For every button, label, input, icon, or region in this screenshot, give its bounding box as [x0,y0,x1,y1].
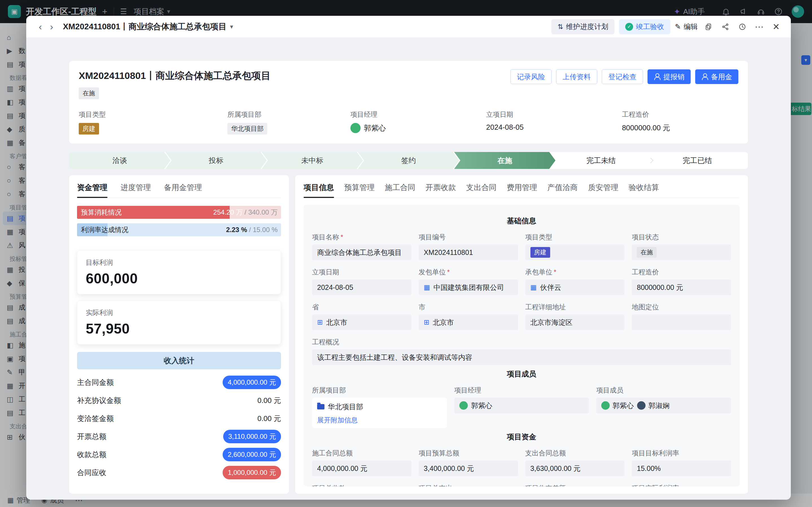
field-value-box[interactable]: 3,630,000.00 元 [525,460,625,476]
field-label: 市* [419,302,518,312]
field-value: 伙伴云 [540,283,561,292]
stage-step[interactable]: 投标 [165,152,267,169]
field-label: 项目编号* [419,233,518,242]
profit-card-label: 目标利润 [86,258,272,267]
submit-expense-button[interactable]: 提报销 [648,69,691,84]
project-info-tab[interactable]: 质安管理 [588,182,618,198]
form-field: 项目目标利润率 15.00% [632,449,731,476]
field-value-box[interactable]: 伙伴云 [525,279,625,295]
form-field: 项目名称* 商业综合体施工总承包项目 [312,233,411,260]
field-value-box[interactable]: 北京市 [312,315,411,330]
history-icon[interactable] [736,20,749,33]
person-icon [701,73,708,80]
stage-step[interactable]: 未中标 [262,152,363,169]
project-info-tab[interactable]: 开票收款 [426,182,456,198]
money-row-value: 0.00 元 [257,396,281,405]
money-row-label: 合同应收 [77,468,106,478]
funds-panel-tab[interactable]: 资金管理 [77,182,108,198]
stage-step[interactable]: 完工已结 [647,152,748,169]
field-value-box[interactable]: 15.00% [632,460,731,476]
record-risk-button[interactable]: 记录风险 [510,69,552,84]
form-field: 承包单位* 伙伴云 [525,268,625,295]
field-value-box[interactable]: 在施 [632,244,731,260]
title-chevron-down-icon[interactable] [230,23,233,31]
stage-step[interactable]: 签约 [358,152,459,169]
manager-value-box[interactable]: 郭紫心 [454,398,589,413]
project-info-tab[interactable]: 产值洽商 [547,182,578,198]
edit-button[interactable]: 编辑 [675,19,698,35]
project-info-tab[interactable]: 费用管理 [507,182,537,198]
form-field: 工程详细地址* 北京市海淀区 [525,302,625,330]
upload-material-button[interactable]: 上传资料 [556,69,597,84]
field-value-box[interactable]: 4,000,000.00 元 [312,460,411,476]
field-value-box[interactable]: XM2024110801 [419,244,518,260]
field-value-box[interactable]: 中国建筑集团有限公司 [419,279,518,295]
project-info-tab[interactable]: 预算管理 [344,182,375,198]
completion-acceptance-button[interactable]: 竣工验收 [619,19,670,35]
project-info-tab[interactable]: 支出合同 [466,182,497,198]
project-info-tab[interactable]: 项目信息 [304,182,334,198]
project-info-tab[interactable]: 验收结算 [629,182,659,198]
overview-value-box[interactable]: 该工程主要包括土建工程、设备安装和调试等内容 [312,349,731,365]
field-label: 项目名称* [312,233,411,242]
more-actions-icon[interactable] [753,20,765,33]
sort-icon [557,23,563,31]
field-label: 省* [312,302,411,312]
stage-step[interactable]: 完工未结 [550,152,652,169]
manager-avatar [459,401,468,410]
team-value-box[interactable]: 郭紫心 郭淑娴 [596,398,731,413]
field-value: 中国建筑集团有限公司 [433,283,504,292]
department-chip: 华北项目部 [227,123,267,134]
back-icon[interactable] [35,21,46,32]
petty-cash-button[interactable]: 备用金 [695,69,738,84]
field-value-box[interactable]: 房建 [525,244,625,260]
required-asterisk: * [447,268,450,276]
form-field: 项目状态* 在施 [632,233,731,260]
field-label: 项目实际利润率 [632,484,731,487]
share-icon[interactable] [719,20,732,33]
field-value-box[interactable] [632,315,731,330]
funds-panel-tab[interactable]: 备用金管理 [164,182,202,198]
project-info-tab[interactable]: 施工合同 [385,182,415,198]
pencil-icon [675,22,681,31]
field-value-box[interactable]: 8000000.00 元 [632,279,731,295]
folder-icon [317,404,324,409]
section-title-basic: 基础信息 [312,216,731,226]
forward-icon[interactable] [46,21,57,32]
copy-icon[interactable] [702,20,715,33]
project-detail-modal: XM2024110801丨商业综合体施工总承包项目 维护进度计划 竣工验收 编辑 [26,16,791,500]
field-value-box[interactable]: 北京市海淀区 [525,315,625,330]
field-value-box[interactable]: 北京市 [419,315,518,330]
form-field: 省* 北京市 [312,302,411,330]
dept-value-box[interactable]: 华北项目部 展开附加信息 [312,398,447,428]
field-icon [424,318,429,326]
field-label: 工程详细地址* [525,302,625,312]
section-title-funds: 项目资金 [312,432,731,442]
field-value-box[interactable]: 3,400,000.00 元 [419,460,518,476]
field-value-box[interactable]: 2024-08-05 [312,279,411,295]
expand-extra-info-link[interactable]: 展开附加信息 [317,416,358,425]
manager-avatar [350,123,361,133]
maintain-schedule-button[interactable]: 维护进度计划 [551,19,614,35]
progress-bar-label: 利润率达成情况 [81,225,128,234]
register-inspection-button[interactable]: 登记检查 [602,69,643,84]
field-value-box[interactable]: 商业综合体施工总承包项目 [312,244,411,260]
form-field: 立项日期* 2024-08-05 [312,268,411,295]
progress-bar-values: 2.23 % / 15.00 % [226,226,278,234]
field-value: 北京市 [326,318,347,327]
maintain-schedule-label: 维护进度计划 [566,22,608,31]
field-label: 项目状态* [632,233,731,242]
member-avatar [601,401,610,410]
stage-step-label: 未中标 [301,156,323,166]
field-icon [317,318,323,326]
summary-field-department: 所属项目部 华北项目部 [227,110,350,134]
fund-fields-grid: 施工合同总额 4,000,000.00 元 项目预算总额 [312,449,731,487]
funds-panel-tab[interactable]: 进度管理 [120,182,151,198]
form-field: 项目总收款 2,600,000.00 元 [312,484,411,487]
stage-step[interactable]: 在施 [454,152,555,169]
close-icon[interactable] [770,20,782,33]
field-label: 项目目标利润率 [632,449,731,458]
members-grid: 所属项目部 华北项目部 展开附加信息 项目经理 [312,386,731,428]
income-stats-button[interactable]: 收入统计 [77,352,281,370]
stage-step[interactable]: 洽谈 [69,152,170,169]
